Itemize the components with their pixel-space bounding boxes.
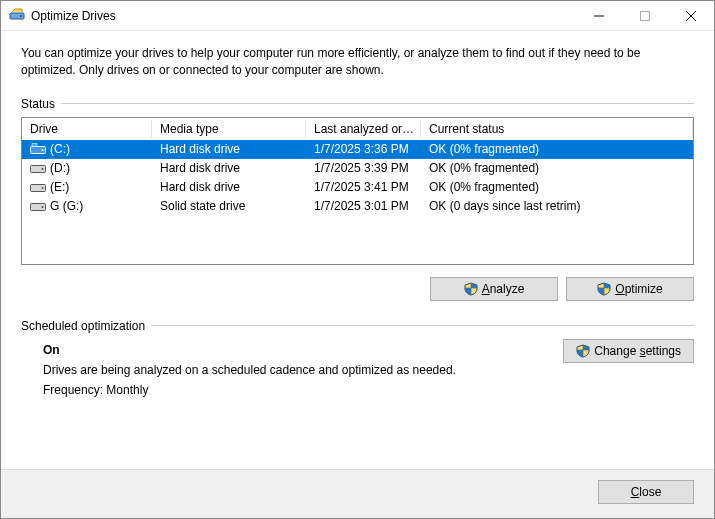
schedule-frequency: Frequency: Monthly xyxy=(43,383,563,397)
schedule-text: On Drives are being analyzed on a schedu… xyxy=(21,339,563,403)
intro-text: You can optimize your drives to help you… xyxy=(21,45,694,79)
content-area: You can optimize your drives to help you… xyxy=(1,31,714,469)
window-controls xyxy=(576,1,714,30)
shield-icon xyxy=(464,282,478,296)
drive-name: (C:) xyxy=(50,142,70,156)
schedule-label-text: Scheduled optimization xyxy=(21,319,145,333)
drive-icon xyxy=(30,143,46,155)
drive-row[interactable]: G (G:)Solid state drive1/7/2025 3:01 PMO… xyxy=(22,197,693,216)
drive-icon xyxy=(30,200,46,212)
maximize-button[interactable] xyxy=(622,1,668,30)
status-label-text: Status xyxy=(21,97,55,111)
app-icon xyxy=(9,8,25,24)
column-last-analyzed[interactable]: Last analyzed or o... xyxy=(306,118,421,140)
svg-point-14 xyxy=(42,206,44,208)
drive-row[interactable]: (E:)Hard disk drive1/7/2025 3:41 PMOK (0… xyxy=(22,178,693,197)
svg-point-1 xyxy=(20,15,22,17)
drive-name: (E:) xyxy=(50,180,69,194)
action-buttons-row: Analyze Optimize xyxy=(21,277,694,301)
schedule-row: On Drives are being analyzed on a schedu… xyxy=(21,339,694,403)
drive-name: (D:) xyxy=(50,161,70,175)
scheduled-optimization-section: Scheduled optimization On Drives are bei… xyxy=(21,319,694,403)
drive-icon xyxy=(30,162,46,174)
minimize-button[interactable] xyxy=(576,1,622,30)
svg-point-12 xyxy=(42,187,44,189)
footer: Close xyxy=(1,469,714,518)
analyze-button[interactable]: Analyze xyxy=(430,277,558,301)
svg-point-7 xyxy=(42,149,44,151)
drive-last-analyzed: 1/7/2025 3:01 PM xyxy=(306,195,421,217)
window-title: Optimize Drives xyxy=(31,9,576,23)
divider xyxy=(151,325,694,326)
schedule-section-label: Scheduled optimization xyxy=(21,319,694,333)
close-window-button[interactable] xyxy=(668,1,714,30)
optimize-button[interactable]: Optimize xyxy=(566,277,694,301)
shield-icon xyxy=(576,344,590,358)
drive-name: G (G:) xyxy=(50,199,83,213)
change-settings-button[interactable]: Change settings xyxy=(563,339,694,363)
change-settings-wrap: Change settings xyxy=(563,339,694,363)
drive-icon xyxy=(30,181,46,193)
divider xyxy=(61,103,694,104)
analyze-button-label: Analyze xyxy=(482,282,525,296)
column-drive[interactable]: Drive xyxy=(22,118,152,140)
titlebar: Optimize Drives xyxy=(1,1,714,31)
optimize-drives-window: Optimize Drives You can optimize your dr… xyxy=(0,0,715,519)
close-button-label: Close xyxy=(631,485,662,499)
drive-media: Solid state drive xyxy=(152,195,306,217)
drives-listview[interactable]: Drive Media type Last analyzed or o... C… xyxy=(21,117,694,265)
drives-rows: (C:)Hard disk drive1/7/2025 3:36 PMOK (0… xyxy=(22,140,693,216)
shield-icon xyxy=(597,282,611,296)
drive-status: OK (0 days since last retrim) xyxy=(421,195,693,217)
change-settings-label: Change settings xyxy=(594,344,681,358)
schedule-description: Drives are being analyzed on a scheduled… xyxy=(43,363,563,377)
column-current-status[interactable]: Current status xyxy=(421,118,693,140)
svg-rect-8 xyxy=(32,144,37,147)
drives-header[interactable]: Drive Media type Last analyzed or o... C… xyxy=(22,118,693,140)
status-section-label: Status xyxy=(21,97,694,111)
close-button[interactable]: Close xyxy=(598,480,694,504)
optimize-button-label: Optimize xyxy=(615,282,662,296)
drive-row[interactable]: (C:)Hard disk drive1/7/2025 3:36 PMOK (0… xyxy=(22,140,693,159)
svg-rect-3 xyxy=(641,11,650,20)
svg-point-10 xyxy=(42,168,44,170)
schedule-state: On xyxy=(43,339,563,357)
column-media[interactable]: Media type xyxy=(152,118,306,140)
drive-row[interactable]: (D:)Hard disk drive1/7/2025 3:39 PMOK (0… xyxy=(22,159,693,178)
